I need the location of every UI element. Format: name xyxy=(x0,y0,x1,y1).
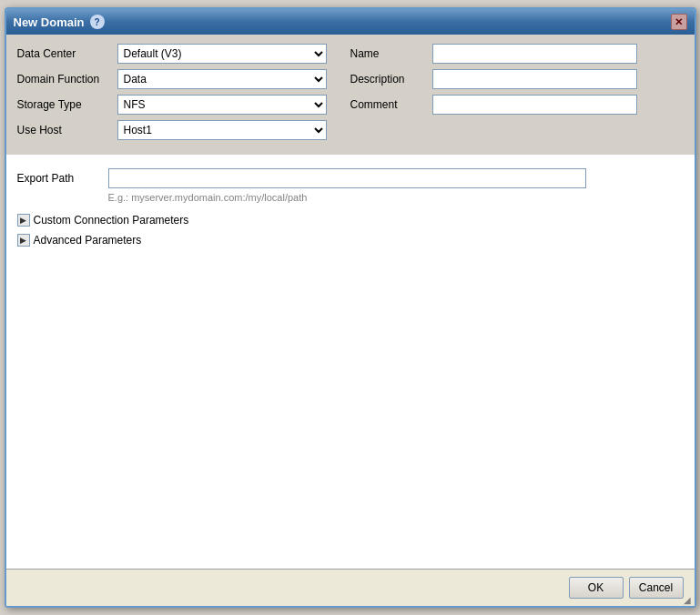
form-left-3: Storage Type NFS iSCSI FibreChannel Loca… xyxy=(17,95,350,115)
form-right-3: Comment xyxy=(350,95,684,115)
data-center-select[interactable]: Default (V3) Default (V2) Default (V1) xyxy=(117,44,327,64)
comment-label: Comment xyxy=(350,98,432,111)
form-row-2: Domain Function Data ISO Export Descript… xyxy=(17,69,684,89)
form-row-3: Storage Type NFS iSCSI FibreChannel Loca… xyxy=(17,95,684,115)
comment-input[interactable] xyxy=(432,95,637,115)
ok-button[interactable]: OK xyxy=(569,577,624,599)
name-input[interactable] xyxy=(432,44,637,64)
form-right-1: Name xyxy=(350,44,684,64)
export-path-input[interactable] xyxy=(108,168,586,188)
export-path-label: Export Path xyxy=(17,172,108,185)
storage-type-label: Storage Type xyxy=(17,98,117,111)
export-path-hint: E.g.: myserver.mydomain.com:/my/local/pa… xyxy=(108,192,684,203)
advanced-parameters-section[interactable]: ▶ Advanced Parameters xyxy=(17,234,684,247)
form-row-4: Use Host Host1 Host2 xyxy=(17,120,684,140)
use-host-label: Use Host xyxy=(17,124,117,136)
footer: OK Cancel xyxy=(6,569,695,606)
name-label: Name xyxy=(350,47,432,60)
use-host-select[interactable]: Host1 Host2 xyxy=(117,120,327,140)
domain-function-select[interactable]: Data ISO Export xyxy=(117,69,327,89)
form-area: Data Center Default (V3) Default (V2) De… xyxy=(6,35,695,155)
expand-icon-advanced: ▶ xyxy=(17,234,30,247)
close-button[interactable]: ✕ xyxy=(671,14,687,30)
description-input[interactable] xyxy=(432,69,637,89)
content-area: Export Path E.g.: myserver.mydomain.com:… xyxy=(6,155,695,569)
advanced-parameters-label: Advanced Parameters xyxy=(34,234,142,247)
title-bar-left: New Domain ? xyxy=(14,15,105,29)
help-icon[interactable]: ? xyxy=(90,15,105,29)
form-right-2: Description xyxy=(350,69,684,89)
form-left-1: Data Center Default (V3) Default (V2) De… xyxy=(17,44,350,64)
dialog-title: New Domain xyxy=(14,15,85,29)
cancel-button[interactable]: Cancel xyxy=(629,577,684,599)
title-bar: New Domain ? ✕ xyxy=(6,9,695,35)
export-path-row: Export Path xyxy=(17,168,684,188)
expand-icon-custom: ▶ xyxy=(17,214,30,227)
storage-type-select[interactable]: NFS iSCSI FibreChannel Local on Host xyxy=(117,95,327,115)
form-left-4: Use Host Host1 Host2 xyxy=(17,120,350,140)
description-label: Description xyxy=(350,73,432,86)
data-center-label: Data Center xyxy=(17,47,117,60)
custom-connection-label: Custom Connection Parameters xyxy=(34,214,189,227)
resize-handle[interactable]: ◢ xyxy=(684,595,693,604)
form-row-1: Data Center Default (V3) Default (V2) De… xyxy=(17,44,684,64)
new-domain-dialog: New Domain ? ✕ Data Center Default (V3) … xyxy=(5,7,696,608)
custom-connection-section[interactable]: ▶ Custom Connection Parameters xyxy=(17,214,684,227)
domain-function-label: Domain Function xyxy=(17,73,117,86)
form-left-2: Domain Function Data ISO Export xyxy=(17,69,350,89)
